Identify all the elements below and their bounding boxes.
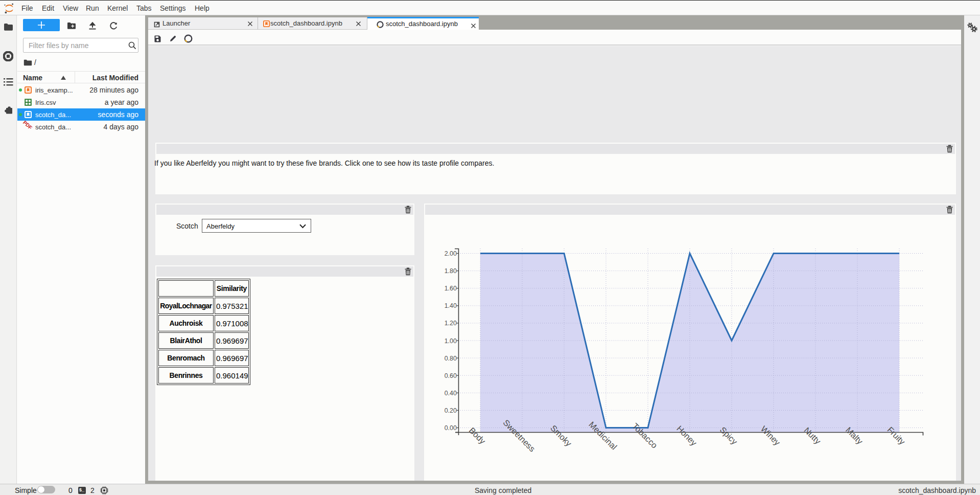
svg-text:0.80: 0.80 <box>445 355 457 362</box>
svg-text:1.80: 1.80 <box>445 267 457 275</box>
svg-text:0.20: 0.20 <box>445 407 457 414</box>
svg-text:1.40: 1.40 <box>445 302 457 309</box>
svg-text:1.20: 1.20 <box>445 320 457 327</box>
svg-text:0.00: 0.00 <box>445 424 457 432</box>
svg-text:2.00: 2.00 <box>445 250 457 257</box>
svg-text:0.40: 0.40 <box>445 390 457 397</box>
svg-text:1.00: 1.00 <box>445 338 457 345</box>
svg-text:1.60: 1.60 <box>445 285 457 292</box>
svg-text:0.60: 0.60 <box>445 372 457 379</box>
